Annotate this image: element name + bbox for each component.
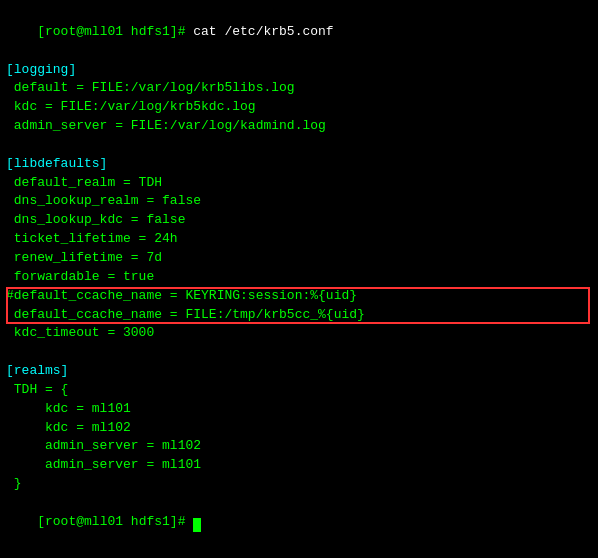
command: cat /etc/krb5.conf xyxy=(193,24,333,39)
admin-server2: admin_server = ml101 xyxy=(6,456,592,475)
admin-log: admin_server = FILE:/var/log/kadmind.log xyxy=(6,117,592,136)
final-prompt: [root@mll01 hdfs1]# xyxy=(37,514,193,529)
ccache-commented: #default_ccache_name = KEYRING:session:%… xyxy=(6,287,592,306)
default-realm: default_realm = TDH xyxy=(6,174,592,193)
kdc-timeout: kdc_timeout = 3000 xyxy=(6,324,592,343)
blank1 xyxy=(6,136,592,155)
ccache-active: default_ccache_name = FILE:/tmp/krb5cc_%… xyxy=(6,306,592,325)
command-line: [root@mll01 hdfs1]# cat /etc/krb5.conf xyxy=(6,4,592,61)
prompt: [root@mll01 hdfs1]# xyxy=(37,24,193,39)
default-log: default = FILE:/var/log/krb5libs.log xyxy=(6,79,592,98)
terminal-window: [root@mll01 hdfs1]# cat /etc/krb5.conf [… xyxy=(0,0,598,558)
admin-server1: admin_server = ml102 xyxy=(6,437,592,456)
tdh-close: } xyxy=(6,475,592,494)
final-prompt-line: [root@mll01 hdfs1]# xyxy=(6,494,592,551)
libdefaults-section: [libdefaults] xyxy=(6,155,592,174)
kdc1: kdc = ml101 xyxy=(6,400,592,419)
dns-lookup-kdc: dns_lookup_kdc = false xyxy=(6,211,592,230)
highlighted-block: #default_ccache_name = KEYRING:session:%… xyxy=(6,287,592,325)
blank2 xyxy=(6,343,592,362)
realms-section: [realms] xyxy=(6,362,592,381)
renew-lifetime: renew_lifetime = 7d xyxy=(6,249,592,268)
logging-section: [logging] xyxy=(6,61,592,80)
forwardable: forwardable = true xyxy=(6,268,592,287)
dns-lookup-realm: dns_lookup_realm = false xyxy=(6,192,592,211)
kdc2: kdc = ml102 xyxy=(6,419,592,438)
kdc-log: kdc = FILE:/var/log/krb5kdc.log xyxy=(6,98,592,117)
tdh-open: TDH = { xyxy=(6,381,592,400)
ticket-lifetime: ticket_lifetime = 24h xyxy=(6,230,592,249)
cursor xyxy=(193,518,201,532)
